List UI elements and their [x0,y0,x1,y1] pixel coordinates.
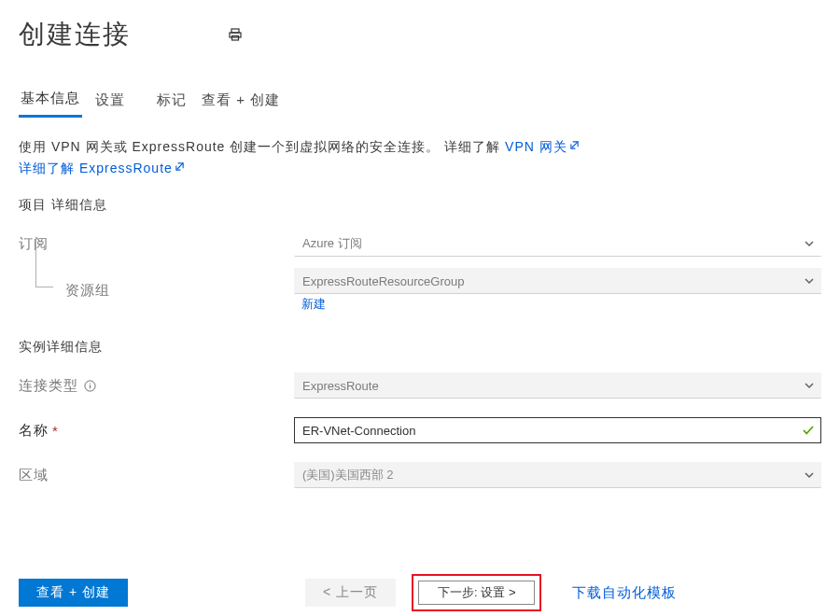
chevron-down-icon [804,469,815,481]
review-create-button[interactable]: 查看 + 创建 [19,579,128,607]
info-icon[interactable] [84,380,96,392]
subscription-select[interactable]: Azure 订阅 [294,231,821,257]
print-button[interactable] [224,23,246,46]
region-select: (美国)美国西部 2 [294,462,821,488]
create-new-resource-group-link[interactable]: 新建 [301,297,326,311]
subscription-value: Azure 订阅 [302,235,362,252]
label-region: 区域 [19,467,294,484]
label-name: 名称* [19,422,294,440]
wizard-tabs: 基本信息 设置 标记 查看 + 创建 [0,52,840,118]
intro-learn-prefix-1: 详细了解 [444,139,505,154]
required-asterisk: * [52,423,59,439]
intro-text: 使用 VPN 网关或 ExpressRoute 创建一个到虚拟网络的安全连接。 … [0,118,840,178]
tab-settings[interactable]: 设置 [93,91,127,117]
tab-review-create[interactable]: 查看 + 创建 [200,91,282,117]
learn-expressroute-link[interactable]: 详细了解 ExpressRoute [19,161,185,175]
svg-rect-2 [232,36,239,41]
download-template-link[interactable]: 下载自动化模板 [572,584,677,602]
connection-type-select[interactable]: ExpressRoute [294,372,821,399]
name-input-wrapper [294,417,821,443]
label-connection-type: 连接类型 [19,377,294,395]
external-link-icon [569,136,580,157]
learn-vpn-gateway-link[interactable]: VPN 网关 [505,139,580,154]
name-input[interactable] [295,419,820,441]
page-title: 创建连接 [19,17,131,52]
resource-group-value: ExpressRouteResourceGroup [302,274,464,288]
chevron-down-icon [804,238,815,249]
external-link-icon [175,158,185,178]
chevron-down-icon [804,380,815,391]
svg-point-4 [90,383,91,384]
connection-type-value: ExpressRoute [302,379,379,393]
tab-tags[interactable]: 标记 [138,91,189,117]
chevron-down-icon [804,275,815,287]
label-subscription: 订阅 [19,235,294,253]
wizard-footer: 查看 + 创建 < 上一页 下一步: 设置 > 下载自动化模板 [0,579,840,607]
previous-button[interactable]: < 上一页 [305,579,396,607]
region-value: (美国)美国西部 2 [302,467,394,483]
checkmark-icon [802,424,815,437]
label-resource-group: 资源组 [19,282,294,300]
svg-rect-1 [230,33,241,37]
intro-sentence: 使用 VPN 网关或 ExpressRoute 创建一个到虚拟网络的安全连接。 [19,139,440,154]
next-settings-button[interactable]: 下一步: 设置 > [418,581,535,605]
resource-group-select[interactable]: ExpressRouteResourceGroup [294,268,821,294]
print-icon [228,27,243,42]
section-instance-details: 实例详细信息 [0,313,840,356]
tab-basics[interactable]: 基本信息 [19,90,82,118]
section-project-details: 项目 详细信息 [0,178,840,214]
